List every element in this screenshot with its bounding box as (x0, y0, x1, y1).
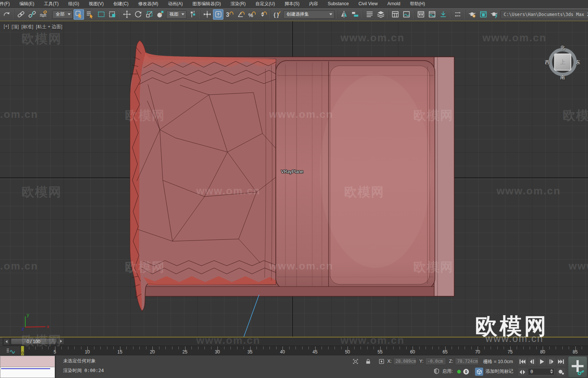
bind-spacewarp-icon[interactable] (38, 9, 48, 20)
viewcube-south[interactable]: 南 (560, 74, 565, 81)
named-selection-sets-combo[interactable]: 创建选择集 (283, 10, 335, 19)
track-bar[interactable]: 510152025303540455055606570758085 0 (0, 346, 588, 355)
percent-snap-toggle[interactable]: % (246, 9, 257, 20)
angle-snap-toggle[interactable] (235, 9, 246, 20)
spinner-snap-toggle[interactable] (258, 9, 268, 20)
menu-item-4[interactable]: 视图(V) (84, 0, 109, 8)
bake-to-texture-button[interactable] (452, 9, 463, 20)
current-frame-marker[interactable]: 0 (21, 346, 24, 355)
menu-item-13[interactable]: Substance (323, 0, 354, 8)
render-production-button[interactable] (489, 9, 500, 20)
menu-item-9[interactable]: 渲染(R) (226, 0, 251, 8)
set-key-button[interactable] (568, 356, 587, 378)
snap-toggle-button[interactable] (213, 9, 223, 20)
select-by-name-button[interactable] (85, 9, 95, 20)
select-and-rotate-button[interactable] (133, 9, 143, 20)
layer-explorer-toggle[interactable] (375, 9, 386, 20)
viewport-menu-general[interactable]: [+] (4, 24, 9, 30)
menu-item-7[interactable]: 动画(A) (163, 0, 188, 8)
render-setup-button[interactable] (467, 9, 477, 20)
align-button[interactable] (350, 9, 360, 20)
select-and-move-button[interactable] (122, 9, 132, 20)
snap-3d-icon[interactable]: 3 (224, 9, 235, 20)
project-folder-combo[interactable]: C:\Users\Han\Documents\3ds Max 2022 (500, 10, 588, 19)
viewport-top[interactable]: [+] [顶] [标准] [粘土 + 边面] VRayPlane 上 北 南 西… (0, 21, 588, 337)
viewport-label[interactable]: [+] [顶] [标准] [粘土 + 边面] (4, 24, 62, 30)
isolate-selection-toggle[interactable] (352, 358, 359, 365)
viewport-menu-renderer[interactable]: [标准] (22, 24, 33, 30)
track-ruler[interactable]: 510152025303540455055606570758085 (0, 346, 588, 355)
reference-coordinate-combo[interactable]: 视图 (166, 10, 187, 19)
selection-filter-combo[interactable]: 全部 (52, 10, 73, 19)
x-coord-field[interactable]: 28.089cm (393, 358, 416, 365)
time-tag-cube-button[interactable] (475, 368, 483, 376)
viewcube-east[interactable]: 东 (575, 59, 580, 66)
unlink-icon[interactable] (27, 9, 37, 20)
time-configuration-button[interactable] (557, 368, 565, 376)
next-frame-arrow[interactable] (58, 338, 64, 345)
previous-frame-button[interactable] (528, 358, 536, 366)
menu-item-2[interactable]: 工具(T) (39, 0, 63, 8)
menu-item-0[interactable]: 文件(F) (0, 0, 14, 8)
menu-item-5[interactable]: 创建(C) (109, 0, 133, 8)
select-and-place-button[interactable] (155, 9, 165, 20)
listener-pane[interactable] (0, 367, 55, 378)
menu-item-10[interactable]: 自定义(U) (251, 0, 280, 8)
ruler-tick (322, 346, 322, 349)
select-object-button[interactable] (74, 9, 84, 20)
time-slider-track[interactable]: 0 / 100 (10, 337, 588, 346)
viewcube[interactable]: 上 北 南 西 东 (547, 46, 578, 78)
link-icon[interactable] (16, 9, 26, 20)
graph-editors-button[interactable] (390, 9, 400, 20)
material-editor-button[interactable] (416, 9, 426, 20)
menu-item-16[interactable]: 帮助(H) (405, 0, 430, 8)
menu-item-12[interactable]: 内容 (304, 0, 323, 8)
menu-item-6[interactable]: 修改器(M) (133, 0, 163, 8)
edit-named-selections-button[interactable]: { } (272, 9, 282, 20)
current-frame-field[interactable]: 0 (528, 368, 555, 375)
z-coord-field[interactable]: 78.724cm (455, 358, 479, 365)
play-button[interactable] (537, 358, 546, 366)
go-to-end-button[interactable] (557, 358, 565, 366)
redo-icon[interactable] (1, 9, 12, 20)
macro-recorder-pane[interactable] (0, 356, 55, 367)
key-mode-toggle[interactable] (518, 368, 527, 376)
render-setup-window-button[interactable] (427, 9, 437, 20)
rectangular-selection-region-button[interactable] (96, 9, 106, 20)
menu-item-8[interactable]: 图形编辑器(D) (188, 0, 226, 8)
menu-item-15[interactable]: Arnold (382, 0, 405, 8)
main-toolbar: 全部 视图 3 % { } 创建选择集 C:\Users\Han\Documen… (0, 8, 588, 21)
previous-frame-arrow[interactable] (3, 338, 10, 345)
zero-badge[interactable]: 0 (463, 369, 469, 375)
viewport-menu-pov[interactable]: [顶] (12, 24, 19, 30)
add-time-tag-label[interactable]: 添加时间标记 (485, 368, 513, 375)
maxscript-mini-listener[interactable] (0, 356, 56, 378)
snap-cross-icon[interactable] (202, 9, 212, 20)
window-crossing-toggle[interactable] (107, 9, 117, 20)
rendered-frame-window-button[interactable] (438, 9, 448, 20)
viewcube-north[interactable]: 北 (560, 45, 565, 51)
menu-item-3[interactable]: 组(G) (64, 0, 84, 8)
absolute-mode-toggle[interactable] (378, 358, 385, 365)
go-to-start-button[interactable] (518, 358, 527, 366)
menu-item-14[interactable]: Civil View (353, 0, 382, 8)
curve-editor-button[interactable] (401, 9, 411, 20)
rendered-frame-button[interactable] (478, 9, 488, 20)
y-coord-field[interactable]: -0.0cm (425, 358, 446, 365)
row-grip[interactable] (0, 337, 3, 346)
use-pivot-center-button[interactable] (187, 9, 198, 20)
menu-item-1[interactable]: 编辑(E) (14, 0, 39, 8)
bed-model[interactable] (0, 21, 588, 337)
viewcube-west[interactable]: 西 (545, 59, 550, 66)
viewport-menu-shading[interactable]: [粘土 + 边面] (36, 24, 62, 30)
menu-item-11[interactable]: 脚本(S) (280, 0, 304, 8)
time-slider-handle[interactable]: 0 / 100 (11, 338, 56, 345)
frame-spinner[interactable] (550, 369, 553, 374)
select-and-scale-button[interactable] (144, 9, 154, 20)
mirror-button[interactable] (339, 9, 349, 20)
scene-explorer-toggle[interactable] (364, 9, 375, 20)
adaptive-degradation-toggle[interactable] (433, 367, 440, 375)
viewcube-top-face[interactable]: 上 (554, 54, 571, 71)
selection-lock-toggle[interactable] (364, 358, 372, 365)
next-frame-button[interactable] (547, 358, 556, 366)
